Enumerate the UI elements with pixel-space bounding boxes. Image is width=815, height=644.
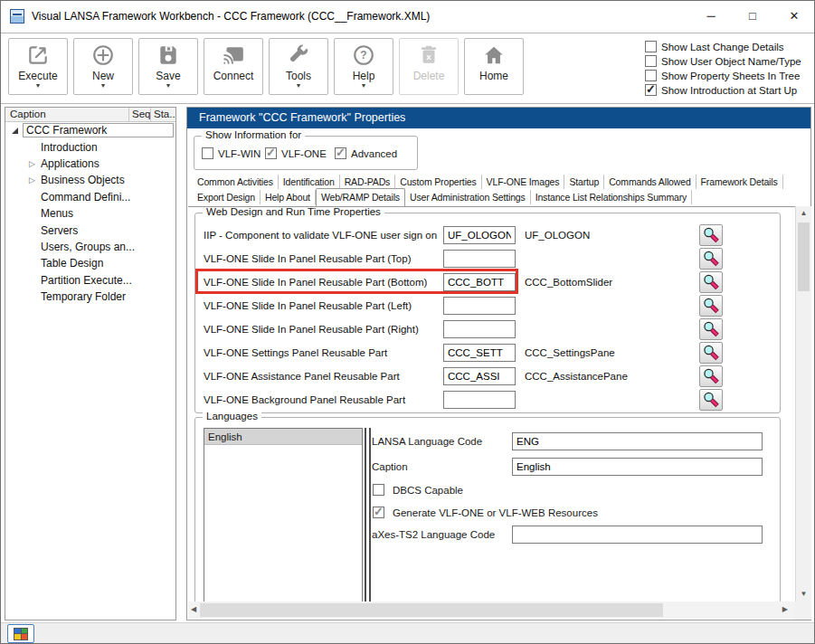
tree-item-label: CCC Framework <box>23 123 174 137</box>
slide-left-input[interactable] <box>443 297 516 315</box>
home-button[interactable]: Home <box>464 38 524 95</box>
scroll-right-icon[interactable]: ▶ <box>782 606 788 613</box>
check-vlf-win[interactable]: ✓ VLF-WIN <box>202 147 261 159</box>
axes-ts2-language-code-input[interactable] <box>512 526 763 544</box>
save-button[interactable]: Save ▼ <box>138 38 198 95</box>
connect-button[interactable]: Connect <box>204 38 263 95</box>
tab-commands-allowed[interactable]: Commands Allowed <box>604 175 696 189</box>
language-listbox[interactable]: English <box>204 428 363 601</box>
scroll-left-icon[interactable]: ◀ <box>191 606 196 613</box>
search-part-button[interactable] <box>699 248 723 270</box>
tab-rad-pads[interactable]: RAD-PADs <box>340 175 396 189</box>
checkbox[interactable]: ✓ <box>373 484 384 496</box>
checkbox[interactable]: ✓ <box>202 147 213 159</box>
tree-item-applications[interactable]: ▷ Applications <box>5 156 175 172</box>
tree-item-command-definitions[interactable]: Command Defini... <box>5 189 175 205</box>
checkbox[interactable]: ✓ <box>335 147 346 159</box>
background-panel-input[interactable] <box>443 391 516 409</box>
trash-icon: x <box>417 43 441 70</box>
tab-content: Web Design and Run Time Properties IIP -… <box>188 206 795 601</box>
field-label: Caption <box>372 458 408 476</box>
check-label: DBCS Capable <box>393 485 463 496</box>
resolved-name: CCC_BottomSlider <box>525 273 612 291</box>
tree-item-ccc-framework[interactable]: CCC Framework <box>5 122 175 138</box>
status-bar <box>1 622 814 643</box>
language-list-item[interactable]: English <box>204 429 362 445</box>
scroll-up-icon[interactable]: ▲ <box>796 210 811 217</box>
check-dbcs-capable[interactable]: ✓ DBCS Capable <box>373 484 463 496</box>
vertical-scrollbar[interactable]: ▲ ▼ <box>795 206 811 601</box>
checkbox[interactable]: ✓ <box>645 55 657 67</box>
tab-vlf-one-images[interactable]: VLF-ONE Images <box>482 175 565 189</box>
splitter[interactable] <box>365 428 371 601</box>
settings-panel-input[interactable] <box>443 344 516 362</box>
lansa-language-code-input[interactable] <box>512 432 763 450</box>
checkbox[interactable]: ✓ <box>645 41 657 52</box>
tree-item-users-groups[interactable]: Users, Groups an... <box>5 239 175 255</box>
search-part-button[interactable] <box>699 365 723 387</box>
tab-export-design[interactable]: Export Design <box>193 190 261 204</box>
column-header-caption[interactable]: Caption <box>5 108 129 121</box>
tree-item-temporary-folder[interactable]: Temporary Folder <box>5 289 175 305</box>
tab-help-about[interactable]: Help About <box>261 190 316 204</box>
check-generate-resources[interactable]: ✓ Generate VLF-ONE or VLF-WEB Resources <box>373 507 598 518</box>
new-button[interactable]: New ▼ <box>73 38 133 95</box>
horizontal-scrollbar[interactable]: ◀ ▶ <box>188 601 795 619</box>
scroll-down-icon[interactable]: ▼ <box>796 591 811 598</box>
minimize-button[interactable]: ─ <box>696 6 726 26</box>
slide-top-input[interactable] <box>443 250 516 268</box>
tab-common-activities[interactable]: Common Activities <box>193 175 279 189</box>
option-show-property-sheets[interactable]: ✓ Show Property Sheets In Tree <box>645 69 800 82</box>
tree-item-introduction[interactable]: Introduction <box>5 138 175 155</box>
search-part-button[interactable] <box>699 318 723 340</box>
tab-custom-properties[interactable]: Custom Properties <box>395 175 481 189</box>
option-show-last-change[interactable]: ✓ Show Last Change Details <box>645 40 784 53</box>
checkbox[interactable]: ✓ <box>265 147 277 159</box>
vertical-scroll-thumb[interactable] <box>798 223 810 291</box>
button-label: Connect <box>213 71 254 82</box>
tab-web-ramp-details[interactable]: Web/RAMP Details <box>316 188 405 206</box>
assistance-panel-input[interactable] <box>443 367 516 385</box>
slide-bottom-input[interactable] <box>443 273 516 291</box>
tab-identification[interactable]: Identification <box>279 175 340 189</box>
collapsed-triangle-icon[interactable]: ▷ <box>29 175 38 185</box>
iip-signon-input[interactable] <box>443 226 516 244</box>
help-button[interactable]: ? Help ▼ <box>334 38 393 95</box>
tree-item-servers[interactable]: Servers <box>5 222 175 238</box>
checkbox[interactable]: ✓ <box>373 507 384 518</box>
checkbox[interactable]: ✓ <box>645 70 657 81</box>
caption-input[interactable] <box>512 458 763 476</box>
option-show-user-object[interactable]: ✓ Show User Object Name/Type <box>645 54 801 68</box>
close-button[interactable]: ✕ <box>779 6 810 26</box>
maximize-button[interactable]: □ <box>737 6 768 26</box>
tab-user-administration-settings[interactable]: User Administration Settings <box>405 190 531 204</box>
status-grid-button[interactable] <box>7 624 34 643</box>
tab-framework-details[interactable]: Framework Details <box>697 175 783 189</box>
column-header-status[interactable]: Sta.. <box>151 108 175 121</box>
check-vlf-one[interactable]: ✓ VLF-ONE <box>265 147 327 159</box>
tools-button[interactable]: Tools ▼ <box>269 38 328 95</box>
tab-startup[interactable]: Startup <box>564 175 604 189</box>
search-part-button[interactable] <box>699 342 723 364</box>
tree-item-label: Servers <box>41 224 78 237</box>
collapsed-triangle-icon[interactable]: ▷ <box>29 159 38 168</box>
search-part-button[interactable] <box>699 389 723 411</box>
check-advanced[interactable]: ✓ Advanced <box>335 147 397 159</box>
slide-right-input[interactable] <box>443 320 516 338</box>
execute-button[interactable]: Execute ▼ <box>8 38 68 95</box>
checkbox[interactable]: ✓ <box>645 84 657 96</box>
horizontal-scroll-thumb[interactable] <box>200 603 663 617</box>
search-part-button[interactable] <box>699 295 723 317</box>
search-part-button[interactable] <box>699 224 723 246</box>
tree-item-table-design[interactable]: Table Design <box>5 255 175 271</box>
option-show-introduction[interactable]: ✓ Show Introduction at Start Up <box>645 83 797 97</box>
save-icon <box>156 43 180 70</box>
tab-instance-list-relationships-summary[interactable]: Instance List Relationships Summary <box>531 190 693 204</box>
tree-item-partition-execute[interactable]: Partition Execute... <box>5 272 175 289</box>
column-header-seq[interactable]: Seq <box>129 108 151 121</box>
home-icon <box>482 43 506 70</box>
search-part-button[interactable] <box>699 271 723 293</box>
tree-item-business-objects[interactable]: ▷ Business Objects <box>5 172 175 188</box>
expanded-triangle-icon[interactable] <box>12 128 18 134</box>
tree-item-menus[interactable]: Menus <box>5 205 175 222</box>
